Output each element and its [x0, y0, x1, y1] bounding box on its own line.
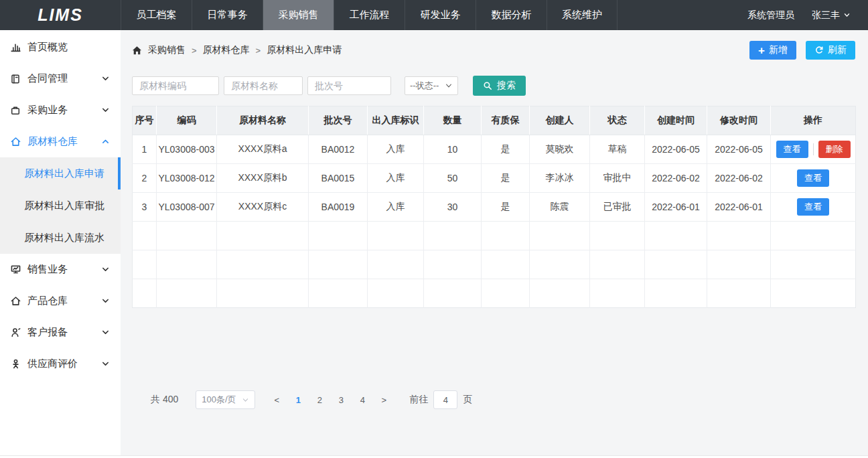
- add-button[interactable]: + 新增: [749, 41, 796, 60]
- page-unit-label: 页: [463, 394, 472, 406]
- column-header: 原材料名称: [217, 106, 309, 135]
- status-select[interactable]: --状态--: [405, 76, 458, 95]
- breadcrumb-item[interactable]: 原材料仓库: [203, 44, 250, 56]
- sidebar-item[interactable]: 采购业务: [0, 94, 121, 126]
- table-cell-empty: [309, 279, 368, 308]
- table-cell: 2022-06-05: [645, 135, 707, 164]
- pager-page[interactable]: 1: [287, 395, 309, 405]
- table-cell-empty: [645, 279, 707, 308]
- prev-page-button[interactable]: <: [266, 395, 287, 405]
- sidebar-item[interactable]: 产品仓库: [0, 285, 121, 317]
- sidebar-item-label: 供应商评价: [27, 358, 78, 370]
- pager-page[interactable]: 4: [352, 395, 373, 405]
- sidebar-subitem[interactable]: 原材料出入库流水: [0, 222, 121, 254]
- table-cell-empty: [530, 279, 590, 308]
- refresh-button[interactable]: 刷新: [806, 41, 855, 60]
- filter-bar: --状态-- 搜索: [132, 76, 855, 96]
- topnav-tab[interactable]: 研发业务: [405, 0, 476, 30]
- table-cell-empty: [133, 279, 157, 308]
- table-cell: 莫晓欢: [530, 135, 590, 164]
- table-cell: 2022-06-02: [707, 164, 771, 193]
- table-cell-empty: [707, 250, 771, 279]
- total-count-label: 共 400: [151, 394, 178, 406]
- table-cell: 10: [424, 135, 482, 164]
- batch-number-input[interactable]: [307, 76, 391, 95]
- next-page-button[interactable]: >: [373, 395, 394, 405]
- records-table: 序号编码原材料名称批次号出入库标识数量有质保创建人状态创建时间修改时间操作 1Y…: [132, 106, 856, 308]
- table-cell: YL03008-007: [157, 193, 217, 222]
- table-cell: 3: [133, 193, 157, 222]
- breadcrumb: 采购销售>原材料仓库>原材料出入库申请: [132, 44, 342, 56]
- page-size-select[interactable]: 100条/页: [196, 390, 255, 409]
- sidebar-item-label: 销售业务: [27, 263, 68, 276]
- table-cell: 李冰冰: [530, 164, 590, 193]
- pager-page[interactable]: 2: [309, 395, 330, 405]
- breadcrumb-item[interactable]: 原材料出入库申请: [267, 44, 342, 56]
- home-icon[interactable]: [132, 46, 142, 56]
- sidebar-item[interactable]: 客户报备: [0, 317, 121, 348]
- table-cell: 1: [133, 135, 157, 164]
- sidebar-item-label: 原材料仓库: [27, 135, 78, 148]
- topnav-tab[interactable]: 采购销售: [263, 0, 334, 30]
- sidebar-item[interactable]: 销售业务: [0, 254, 121, 285]
- view-button[interactable]: 查看: [776, 141, 808, 158]
- table-cell-empty: [645, 250, 707, 279]
- table-cell-empty: [368, 250, 424, 279]
- search-button-label: 搜索: [497, 80, 516, 92]
- top-nav: LIMS 员工档案日常事务采购销售工作流程研发业务数据分析系统维护 系统管理员 …: [0, 0, 868, 30]
- table-cell-empty: [309, 222, 368, 250]
- column-header: 创建时间: [645, 106, 707, 135]
- view-button[interactable]: 查看: [797, 169, 829, 187]
- sidebar-item-label: 采购业务: [27, 104, 68, 117]
- table-cell-empty: [217, 250, 309, 279]
- plus-icon: +: [758, 45, 765, 56]
- view-button[interactable]: 查看: [797, 198, 829, 216]
- pagination: 共 400 100条/页 < 1234 > 前往 页: [151, 390, 855, 409]
- user-menu[interactable]: 张三丰: [812, 9, 851, 21]
- table-cell: 50: [424, 164, 482, 193]
- goto-page-input[interactable]: [433, 390, 457, 409]
- pager-page[interactable]: 3: [330, 395, 352, 405]
- delete-button[interactable]: 删除: [818, 141, 851, 158]
- table-cell: 30: [424, 193, 482, 222]
- sidebar-item[interactable]: 合同管理: [0, 63, 121, 94]
- table-cell: 2: [133, 164, 157, 193]
- sidebar-item[interactable]: 原材料仓库: [0, 126, 121, 157]
- topnav-tab[interactable]: 工作流程: [334, 0, 405, 30]
- topnav-tab[interactable]: 系统维护: [547, 0, 618, 30]
- material-name-input[interactable]: [224, 76, 303, 95]
- table-cell-empty: [530, 222, 590, 250]
- supplier-icon: [9, 358, 21, 370]
- chevron-up-icon: [101, 137, 110, 146]
- table-cell-empty: [309, 250, 368, 279]
- sales-board-icon: [9, 264, 21, 276]
- search-button[interactable]: 搜索: [473, 76, 526, 96]
- sidebar-subitem[interactable]: 原材料出入库申请: [0, 157, 121, 189]
- table-cell-empty: [590, 279, 645, 308]
- user-role[interactable]: 系统管理员: [747, 9, 794, 21]
- column-header: 数量: [424, 106, 482, 135]
- material-code-input[interactable]: [132, 76, 219, 95]
- table-row: 2YL03008-012XXXX原料bBA0015入库50是李冰冰审批中2022…: [133, 164, 856, 193]
- table-cell-empty: [530, 250, 590, 279]
- table-row-empty: [133, 222, 856, 250]
- sidebar-item[interactable]: 首页概览: [0, 31, 121, 63]
- actions-cell: 查看: [771, 164, 856, 193]
- breadcrumb-item[interactable]: 采购销售: [148, 44, 186, 56]
- chevron-down-icon: [101, 265, 110, 274]
- breadcrumb-separator: >: [256, 46, 261, 56]
- topnav-tab[interactable]: 员工档案: [121, 0, 192, 30]
- topnav-tab[interactable]: 数据分析: [476, 0, 547, 30]
- column-header: 状态: [590, 106, 645, 135]
- sidebar-item-label: 产品仓库: [27, 295, 68, 307]
- sidebar-subitem[interactable]: 原材料出入库审批: [0, 189, 121, 222]
- table-row: 3YL03008-007XXXX原料cBA0019入库30是陈震已审批2022-…: [133, 193, 856, 222]
- topnav-tab[interactable]: 日常事务: [192, 0, 263, 30]
- pager-pages: 1234: [287, 395, 373, 405]
- refresh-button-label: 刷新: [828, 44, 847, 56]
- sidebar-item[interactable]: 供应商评价: [0, 348, 121, 380]
- table-cell: XXXX原料b: [217, 164, 309, 193]
- action-divider: [813, 143, 814, 155]
- table-cell: 2022-06-02: [645, 164, 707, 193]
- column-header: 序号: [133, 106, 157, 135]
